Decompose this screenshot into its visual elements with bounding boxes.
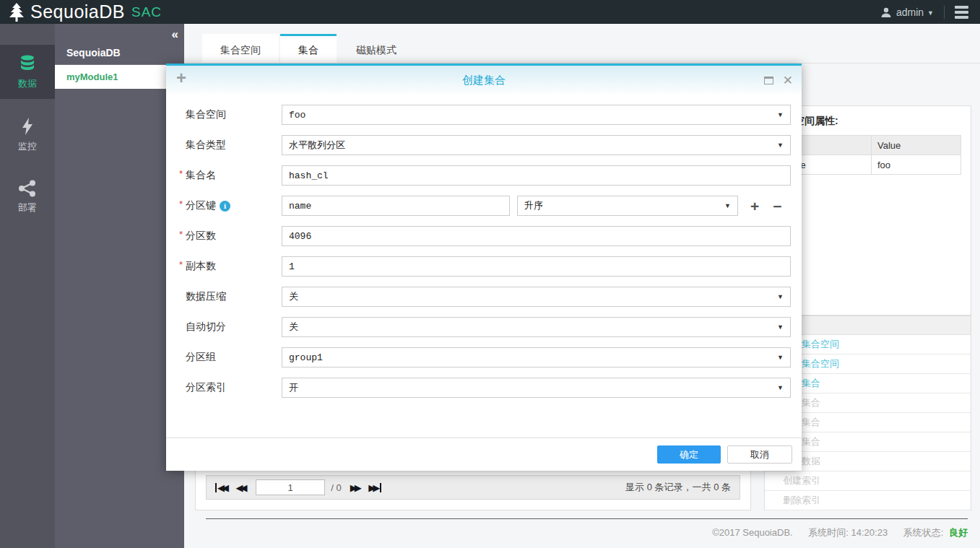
caret-down-icon: ▼ xyxy=(777,293,784,300)
field-label: *自动切分 xyxy=(179,321,282,334)
field-label: *分区数 xyxy=(179,230,282,243)
caret-down-icon: ▼ xyxy=(777,354,784,361)
sidebar-item-module[interactable]: myModule1 xyxy=(55,65,184,89)
username: admin xyxy=(896,6,924,18)
prev-page-icon[interactable]: ◀◀ xyxy=(236,483,248,492)
partition-index-select[interactable]: 开 ▼ xyxy=(282,378,791,398)
caret-down-icon: ▼ xyxy=(777,142,784,149)
dialog-tools: ✕ xyxy=(764,66,793,95)
top-header: SequoiaDB SAC admin ▼ xyxy=(0,0,980,24)
module-sidebar: « SequoiaDB myModule1 xyxy=(55,24,184,548)
caret-down-icon: ▼ xyxy=(777,111,784,118)
dialog-header: + 创建集合 ✕ xyxy=(166,66,802,95)
field-label: * 分区键 i xyxy=(179,199,282,212)
remove-partition-key-button[interactable]: − xyxy=(773,199,781,214)
last-page-icon[interactable]: ▶▶ xyxy=(368,483,381,492)
nav-item-label: 数据 xyxy=(18,77,37,90)
form-row: *分区组 group1 ▼ xyxy=(179,347,791,367)
nav-rail: 数据 监控 部署 xyxy=(0,24,55,548)
nav-item-deploy[interactable]: 部署 xyxy=(0,170,55,223)
close-icon[interactable]: ✕ xyxy=(783,74,793,87)
tab-collection[interactable]: 集合 xyxy=(280,34,337,63)
brand-area: SequoiaDB SAC xyxy=(0,1,162,22)
collection-type-select[interactable]: 水平散列分区 ▼ xyxy=(282,135,791,155)
required-asterisk: * xyxy=(179,259,183,270)
sequoia-tree-logo-icon xyxy=(6,2,27,22)
form-row: * 分区键 i 升序 ▼ + − xyxy=(179,196,791,216)
share-icon xyxy=(18,180,37,197)
sidebar-title: SequoiaDB xyxy=(55,24,184,65)
caret-down-icon: ▼ xyxy=(724,202,731,209)
required-asterisk: * xyxy=(179,199,183,209)
collection-name-input[interactable] xyxy=(282,165,791,186)
caret-down-icon: ▼ xyxy=(777,323,784,331)
space-attributes-table: Key Value Name foo xyxy=(774,135,961,175)
required-asterisk: * xyxy=(179,229,183,240)
partition-count-input[interactable] xyxy=(282,226,791,246)
form-row: *数据压缩 关 ▼ xyxy=(179,287,791,307)
create-collection-dialog: + 创建集合 ✕ *集合空间 foo ▼ *集合类型 xyxy=(166,64,802,471)
field-label: *分区组 xyxy=(179,351,282,364)
system-status-label: 系统状态: xyxy=(903,527,944,538)
field-label: *副本数 xyxy=(179,260,282,273)
app-window: SequoiaDB SAC admin ▼ 数据 xyxy=(0,0,980,548)
attr-value-header: Value xyxy=(872,136,961,155)
record-summary: 显示 0 条记录，一共 0 条 xyxy=(625,481,731,494)
collection-space-select[interactable]: foo ▼ xyxy=(282,105,791,125)
auto-split-select[interactable]: 关 ▼ xyxy=(282,317,791,337)
chevron-down-icon: ▼ xyxy=(927,9,934,17)
user-menu[interactable]: admin ▼ xyxy=(880,6,934,18)
next-page-icon[interactable]: ▶▶ xyxy=(350,483,362,492)
plus-icon: + xyxy=(176,69,186,87)
page-total: / 0 xyxy=(331,482,341,493)
header-divider xyxy=(944,6,945,19)
lightning-icon xyxy=(19,117,35,136)
copyright: ©2017 SequoiaDB. xyxy=(712,527,793,538)
pagination-bar: ◀◀ ◀◀ / 0 ▶▶ ▶▶ 显示 0 条记录，一共 0 条 xyxy=(206,475,740,500)
brand-name: SequoiaDB xyxy=(30,1,125,22)
partition-group-select[interactable]: group1 ▼ xyxy=(282,347,791,367)
form-row: *分区数 xyxy=(179,226,791,246)
form-row: *集合空间 foo ▼ xyxy=(179,105,791,125)
space-attributes-title: 集合空间属性: xyxy=(774,115,961,128)
maximize-icon[interactable] xyxy=(764,77,773,84)
field-label: *数据压缩 xyxy=(179,290,282,303)
system-time: 系统时间: 14:20:23 xyxy=(808,527,888,538)
field-label: *集合名 xyxy=(179,169,282,182)
tab-tile-mode[interactable]: 磁贴模式 xyxy=(338,34,415,63)
form-row: *副本数 xyxy=(179,256,791,277)
dialog-body: *集合空间 foo ▼ *集合类型 水平散列分区 ▼ xyxy=(166,95,802,398)
cancel-button[interactable]: 取消 xyxy=(727,445,792,464)
form-row: *自动切分 关 ▼ xyxy=(179,317,791,337)
table-row: Name foo xyxy=(775,155,961,175)
partition-key-input[interactable] xyxy=(282,196,510,216)
nav-item-data[interactable]: 数据 xyxy=(0,45,55,99)
replica-count-input[interactable] xyxy=(282,256,791,277)
page-number-input[interactable] xyxy=(256,479,325,495)
tab-collection-space[interactable]: 集合空间 xyxy=(202,34,279,63)
required-asterisk: * xyxy=(179,168,183,179)
dialog-footer: 确定 取消 xyxy=(166,438,802,471)
field-label: *分区索引 xyxy=(179,381,282,394)
add-partition-key-button[interactable]: + xyxy=(750,199,759,214)
caret-down-icon: ▼ xyxy=(777,384,784,391)
page-footer: ©2017 SequoiaDB. 系统时间: 14:20:23 系统状态: 良好 xyxy=(206,518,968,539)
menu-bars-icon[interactable] xyxy=(955,6,968,19)
confirm-button[interactable]: 确定 xyxy=(657,445,721,464)
sort-order-select[interactable]: 升序 ▼ xyxy=(517,196,738,216)
first-page-icon[interactable]: ◀◀ xyxy=(215,483,229,492)
database-icon xyxy=(18,54,37,73)
info-icon[interactable]: i xyxy=(220,201,230,212)
op-drop-index: 删除索引 xyxy=(765,491,971,510)
attr-value-cell: foo xyxy=(872,155,961,175)
user-icon xyxy=(880,6,892,18)
nav-item-label: 部署 xyxy=(18,201,37,214)
system-status-value: 良好 xyxy=(949,527,968,538)
brand-suffix: SAC xyxy=(131,4,162,20)
collapse-sidebar-icon[interactable]: « xyxy=(172,28,178,40)
nav-item-monitor[interactable]: 监控 xyxy=(0,108,55,162)
form-row: *分区索引 开 ▼ xyxy=(179,378,791,398)
compression-select[interactable]: 关 ▼ xyxy=(282,287,791,307)
field-label: *集合空间 xyxy=(179,108,282,121)
field-label: *集合类型 xyxy=(179,139,282,152)
